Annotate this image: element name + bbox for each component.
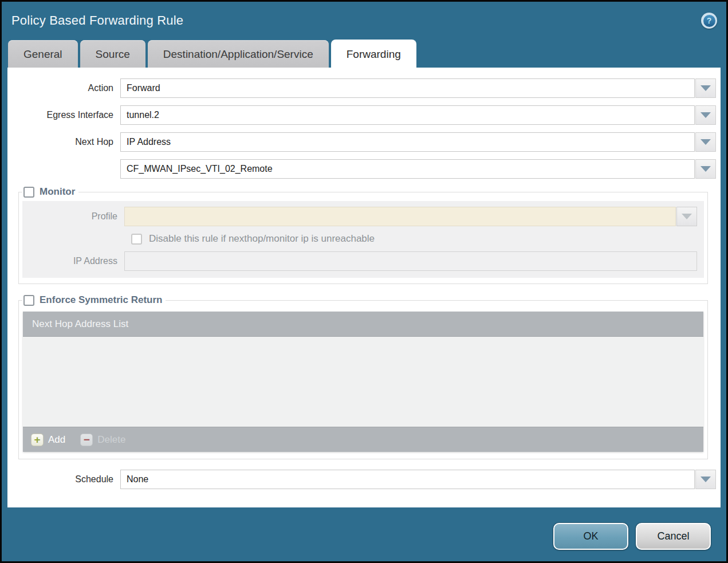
- egress-interface-dropdown-button[interactable]: [695, 105, 716, 125]
- tab-source[interactable]: Source: [80, 40, 145, 68]
- next-hop-address-table: Next Hop Address List + Add − Delete: [23, 312, 703, 452]
- dialog-footer: OK Cancel: [2, 507, 726, 561]
- symmetric-return-fieldset: Enforce Symmetric Return Next Hop Addres…: [18, 294, 708, 459]
- action-label: Action: [7, 83, 120, 93]
- dialog-title: Policy Based Forwarding Rule: [11, 13, 183, 28]
- help-glyph: ?: [703, 15, 715, 27]
- action-input[interactable]: Forward: [120, 78, 695, 98]
- next-hop-type-dropdown-button[interactable]: [695, 132, 716, 152]
- profile-label: Profile: [22, 211, 124, 222]
- next-hop-address-dropdown-button[interactable]: [695, 159, 716, 179]
- next-hop-label: Next Hop: [7, 137, 120, 147]
- next-hop-row: Next Hop IP Address: [7, 132, 716, 152]
- next-hop-address-row: CF_MWAN_IPsec_VTI_02_Remote: [7, 159, 716, 179]
- next-hop-address-input[interactable]: CF_MWAN_IPsec_VTI_02_Remote: [120, 159, 695, 179]
- action-row: Action Forward: [7, 78, 716, 98]
- tab-bar: General Source Destination/Application/S…: [2, 40, 726, 68]
- next-hop-address-table-body[interactable]: [23, 337, 703, 427]
- disable-rule-label: Disable this rule if nexthop/monitor ip …: [149, 233, 375, 245]
- chevron-down-icon: [701, 112, 711, 118]
- egress-interface-label: Egress Interface: [7, 110, 120, 120]
- chevron-down-icon: [701, 139, 711, 145]
- chevron-down-icon: [701, 166, 711, 172]
- monitor-ip-address-row: IP Address: [22, 251, 704, 271]
- tab-destination-application-service[interactable]: Destination/Application/Service: [148, 40, 329, 68]
- tab-forwarding[interactable]: Forwarding: [331, 40, 416, 68]
- add-icon: +: [31, 434, 44, 446]
- add-button-label: Add: [48, 434, 65, 446]
- monitor-ip-address-label: IP Address: [22, 256, 124, 266]
- help-icon[interactable]: ?: [701, 13, 717, 29]
- action-dropdown-button[interactable]: [695, 78, 716, 98]
- delete-icon: −: [80, 434, 93, 446]
- next-hop-address-table-footer: + Add − Delete: [23, 427, 703, 452]
- profile-row: Profile: [22, 207, 704, 226]
- chevron-down-icon: [701, 85, 711, 91]
- next-hop-type-input[interactable]: IP Address: [120, 132, 695, 152]
- add-button[interactable]: + Add: [31, 434, 65, 446]
- monitor-panel: Profile Disable this rule if nexthop/mon…: [22, 201, 704, 278]
- next-hop-address-list-header: Next Hop Address List: [23, 312, 703, 337]
- ok-button[interactable]: OK: [553, 523, 628, 550]
- chevron-down-icon: [701, 477, 711, 482]
- policy-based-forwarding-dialog: Policy Based Forwarding Rule ? General S…: [0, 0, 728, 563]
- schedule-label: Schedule: [7, 474, 120, 485]
- monitor-legend: Monitor: [22, 186, 78, 198]
- delete-button-label: Delete: [97, 434, 125, 446]
- forwarding-tab-panel: Action Forward Egress Interface tunnel.2…: [7, 68, 721, 507]
- monitor-ip-address-input: [124, 251, 697, 271]
- disable-rule-row: Disable this rule if nexthop/monitor ip …: [131, 233, 704, 245]
- schedule-input[interactable]: None: [120, 470, 695, 489]
- profile-input: [124, 207, 676, 226]
- delete-button: − Delete: [80, 434, 125, 446]
- schedule-dropdown-button[interactable]: [695, 470, 716, 489]
- cancel-button[interactable]: Cancel: [636, 523, 711, 550]
- dialog-titlebar: Policy Based Forwarding Rule ?: [2, 2, 726, 40]
- egress-interface-row: Egress Interface tunnel.2: [7, 105, 716, 125]
- tab-general[interactable]: General: [8, 40, 78, 68]
- symmetric-return-legend: Enforce Symmetric Return: [22, 294, 166, 306]
- schedule-row: Schedule None: [7, 470, 716, 489]
- egress-interface-input[interactable]: tunnel.2: [120, 105, 695, 125]
- symmetric-return-checkbox[interactable]: [23, 295, 34, 306]
- profile-dropdown-button: [676, 207, 697, 226]
- symmetric-return-legend-label: Enforce Symmetric Return: [40, 294, 162, 306]
- disable-rule-checkbox: [131, 234, 142, 245]
- monitor-checkbox[interactable]: [23, 187, 34, 198]
- chevron-down-icon: [682, 214, 692, 219]
- monitor-legend-label: Monitor: [40, 186, 75, 198]
- monitor-fieldset: Monitor Profile Disable this rule if nex…: [18, 186, 708, 284]
